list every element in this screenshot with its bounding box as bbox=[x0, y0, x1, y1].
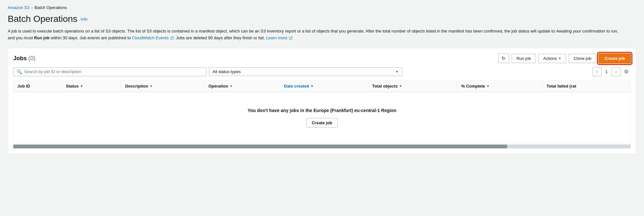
description-text: A job is used to execute batch operation… bbox=[8, 28, 626, 42]
col-status-sort[interactable]: Status ▼ bbox=[66, 84, 83, 89]
col-job-id: Job ID bbox=[14, 80, 62, 92]
empty-create-job-button[interactable]: Create job bbox=[306, 118, 338, 127]
col-status: Status ▼ bbox=[62, 80, 121, 92]
breadcrumb: Amazon S3 › Batch Operations bbox=[8, 5, 636, 10]
card-title: Jobs (0) bbox=[13, 55, 35, 62]
table-header-row: Job ID Status ▼ Description ▼ bbox=[14, 80, 630, 92]
actions-dropdown-icon: ▼ bbox=[558, 57, 562, 60]
clone-job-button[interactable]: Clone job bbox=[569, 54, 596, 63]
horizontal-scrollbar[interactable] bbox=[13, 145, 631, 148]
col-date-created-sort[interactable]: Date created ▼ bbox=[284, 84, 314, 89]
breadcrumb-separator: › bbox=[31, 5, 33, 10]
empty-state-text: You don't have any jobs in the Europe (F… bbox=[21, 108, 623, 113]
breadcrumb-parent-link[interactable]: Amazon S3 bbox=[8, 5, 29, 10]
table-settings-button[interactable]: ⚙ bbox=[622, 67, 631, 76]
info-link[interactable]: Info bbox=[80, 17, 88, 22]
refresh-icon: ↻ bbox=[502, 56, 506, 61]
col-percent-complete: % Complete ▼ bbox=[457, 80, 543, 92]
pagination-next-button[interactable]: › bbox=[611, 67, 620, 76]
operation-sort-icon: ▼ bbox=[230, 84, 233, 88]
actions-button[interactable]: Actions ▼ bbox=[538, 54, 566, 63]
page-title: Batch Operations bbox=[8, 14, 77, 24]
col-percent-complete-sort[interactable]: % Complete ▼ bbox=[461, 84, 489, 89]
search-icon: 🔍 bbox=[17, 69, 22, 74]
col-operation: Operation ▼ bbox=[204, 80, 280, 92]
jobs-count: (0) bbox=[28, 55, 35, 61]
pagination-page: 1 bbox=[603, 69, 610, 74]
search-box: 🔍 bbox=[13, 67, 206, 76]
pagination-controls: ‹ 1 › ⚙ bbox=[592, 67, 631, 76]
jobs-table: Job ID Status ▼ Description ▼ bbox=[13, 80, 631, 143]
col-total-objects: Total objects ▼ bbox=[368, 80, 457, 92]
col-description-sort[interactable]: Description ▼ bbox=[125, 84, 153, 89]
description-sort-icon: ▼ bbox=[149, 84, 153, 88]
jobs-card: Jobs (0) ↻ Run job Actions ▼ Clone job C… bbox=[8, 48, 636, 154]
run-job-button[interactable]: Run job bbox=[512, 54, 536, 63]
refresh-button[interactable]: ↻ bbox=[498, 53, 509, 63]
filter-row: 🔍 All status types ▼ ‹ 1 › ⚙ bbox=[13, 67, 631, 76]
card-header: Jobs (0) ↻ Run job Actions ▼ Clone job C… bbox=[13, 53, 631, 63]
status-filter-dropdown[interactable]: All status types ▼ bbox=[209, 67, 402, 76]
col-description: Description ▼ bbox=[121, 80, 204, 92]
scrollbar-thumb bbox=[13, 145, 507, 148]
col-operation-sort[interactable]: Operation ▼ bbox=[208, 84, 232, 89]
empty-state: You don't have any jobs in the Europe (F… bbox=[14, 92, 630, 143]
col-date-created: Date created ▼ bbox=[280, 80, 368, 92]
cloudwatch-link[interactable]: CloudWatch Events bbox=[132, 35, 174, 40]
card-actions: ↻ Run job Actions ▼ Clone job Create job bbox=[498, 53, 631, 63]
status-sort-icon: ▼ bbox=[80, 84, 83, 88]
breadcrumb-current: Batch Operations bbox=[34, 5, 67, 10]
create-job-button[interactable]: Create job bbox=[599, 53, 631, 63]
status-dropdown-icon: ▼ bbox=[395, 70, 399, 73]
status-filter-label: All status types bbox=[213, 69, 241, 74]
col-total-objects-sort[interactable]: Total objects ▼ bbox=[372, 84, 402, 89]
total-objects-sort-icon: ▼ bbox=[399, 84, 402, 88]
pagination-prev-button[interactable]: ‹ bbox=[592, 67, 601, 76]
learn-more-link[interactable]: Learn more bbox=[266, 35, 292, 40]
empty-state-row: You don't have any jobs in the Europe (F… bbox=[14, 92, 630, 143]
page-title-row: Batch Operations Info bbox=[8, 14, 636, 24]
date-created-sort-icon: ▼ bbox=[310, 84, 314, 88]
col-total-failed: Total failed (rat bbox=[543, 80, 630, 92]
search-input[interactable] bbox=[24, 69, 203, 74]
percent-complete-sort-icon: ▼ bbox=[487, 84, 490, 88]
